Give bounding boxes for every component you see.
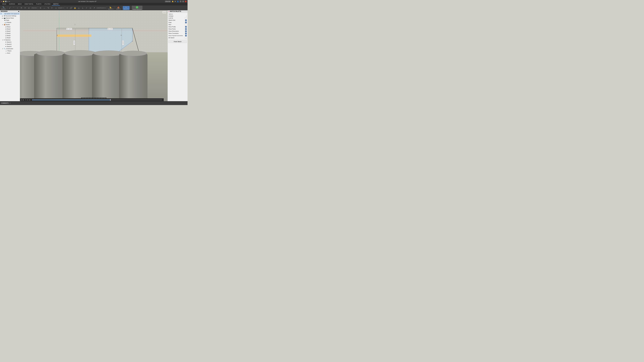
select-btn[interactable]: ↖ SELECT ▾: [123, 6, 130, 10]
polyline-tool[interactable]: ⌐: [16, 7, 19, 9]
arc-tool[interactable]: ⌒: [12, 7, 16, 9]
tl-next-button[interactable]: ⏭: [26, 99, 28, 100]
redo-icon[interactable]: ↪: [9, 1, 10, 2]
settings-icon[interactable]: ⚙: [175, 1, 176, 2]
minimize-button[interactable]: [180, 1, 181, 2]
main-canvas[interactable]: fx: 15.70 fx: 8.70 fx: 5.556 10.00 10.00…: [20, 10, 188, 101]
tl-end-button[interactable]: ⏭|: [28, 99, 31, 100]
constraint-check[interactable]: ✓: [85, 7, 88, 9]
constraint-perp[interactable]: ⊥: [81, 7, 84, 9]
browser-collapse-icon[interactable]: ◀: [18, 11, 19, 12]
finish-sketch-button[interactable]: ✓ FINISH SKETCH ▾: [132, 6, 142, 10]
notification-icon[interactable]: 🔔: [172, 1, 174, 2]
tab-surface[interactable]: SURFACE: [8, 3, 16, 5]
insert-btn[interactable]: 📥 INSERT ▾: [116, 6, 121, 10]
constraint-coincident[interactable]: ×: [66, 7, 69, 9]
svg-point-29: [132, 41, 133, 41]
extend-tool[interactable]: ⊢: [50, 7, 54, 9]
user-icon[interactable]: 👤: [177, 1, 179, 2]
design-dropdown[interactable]: 🔧 DESIGN ▾: [0, 6, 6, 10]
constraints-label: CONSTRAINTS ▾: [96, 7, 106, 9]
show-points-checkbox[interactable]: ✓: [185, 28, 187, 30]
constraint-lock[interactable]: 🔒: [73, 7, 77, 9]
threed-sketch-checkbox[interactable]: [185, 37, 187, 39]
line-tool[interactable]: ╱: [8, 7, 12, 9]
palette-show-points-label: Show Points: [168, 28, 176, 30]
constraint-arrow[interactable]: ↗: [92, 7, 96, 9]
browser-item-sketches[interactable]: ▼ ✏ Sketches: [0, 39, 20, 41]
slice-checkbox[interactable]: [185, 24, 187, 25]
palette-show-profile-row: Show Profile ✓: [168, 26, 187, 28]
dim-label-2: fx: 8.70: [108, 28, 113, 30]
browser-item-body6[interactable]: ◻ Body6: [0, 37, 20, 39]
tab-sketch[interactable]: SKETCH: [52, 3, 60, 5]
mirror-tool[interactable]: ⇔: [39, 7, 42, 9]
trim-tool[interactable]: ✂: [24, 7, 27, 9]
save-icon[interactable]: 💾: [5, 1, 6, 2]
maximize-button[interactable]: [182, 1, 184, 2]
tl-pause-button[interactable]: ⏸: [24, 99, 26, 100]
sketch-grid-checkbox[interactable]: ✓: [185, 19, 187, 21]
tab-mesh[interactable]: MESH: [16, 3, 23, 5]
window-title: can version 1 for crayons v3*: [78, 1, 96, 2]
browser-item-plane1[interactable]: ⬜ Plane1: [0, 50, 20, 52]
browser-item-sketch4[interactable]: ✏ Sketch4: [0, 45, 20, 48]
palette-options-header: Options: [168, 13, 187, 15]
constraint-triangle[interactable]: △: [77, 7, 81, 9]
palette-finish-sketch-button[interactable]: Finish Sketch: [168, 40, 187, 43]
tab-sheet-metal[interactable]: SHEET METAL: [23, 3, 35, 5]
browser-item-construction[interactable]: ▼ 🔧 Construction: [0, 48, 20, 50]
browser-item-body3[interactable]: ◻ Body3: [0, 30, 20, 32]
browser-item-named-views[interactable]: ▶ 📷 Named Views: [0, 17, 20, 19]
tab-utilities[interactable]: UTILITIES: [43, 3, 52, 5]
browser-item-origin[interactable]: ⊕ Origin: [0, 19, 20, 21]
palette-show-constraints-row: Show Constraints ✓: [168, 32, 187, 34]
palette-show-profile-label: Show Profile: [168, 26, 176, 27]
sketch-palette-title: SKETCH PALETTE: [170, 11, 181, 12]
tl-play-button[interactable]: ▶: [22, 99, 24, 100]
nav-cube[interactable]: RIGHT: [162, 11, 166, 13]
timeline-track[interactable]: [32, 99, 162, 100]
app-icon: ●: [1, 1, 2, 2]
browser-item-sketch3[interactable]: ✏ Sketch3: [0, 43, 20, 45]
show-profile-checkbox[interactable]: ✓: [185, 26, 187, 28]
browser-item-analysis[interactable]: 📊 Analysis: [0, 21, 20, 23]
palette-show-dims-row: Show Dimensions ✓: [168, 30, 187, 32]
close-button[interactable]: [185, 1, 186, 2]
snap-checkbox[interactable]: ✓: [185, 22, 187, 23]
chamfer-tool[interactable]: ◹: [46, 7, 50, 9]
constraint-rect2[interactable]: ▭: [88, 7, 92, 9]
file-icon[interactable]: 📁: [3, 1, 4, 2]
app-menu-icons: 📁 💾 ↩ ↪: [3, 1, 10, 2]
palette-linetype-arrow[interactable]: ›: [186, 15, 187, 17]
fillet-tool[interactable]: ⌓: [42, 7, 46, 9]
browser-item-bodies[interactable]: ▼ 📦 Bodies: [0, 23, 20, 26]
browser-item-body2[interactable]: ◻ Body2: [0, 28, 20, 30]
undo-icon[interactable]: ↩: [7, 1, 8, 2]
timeline-handle[interactable]: [110, 99, 111, 101]
show-dims-checkbox[interactable]: ✓: [185, 30, 187, 32]
browser-item-body5[interactable]: ◻ Body5: [0, 34, 20, 37]
rect-tool[interactable]: ⊓: [20, 7, 23, 9]
tl-prev-button[interactable]: ⏮: [20, 99, 22, 100]
browser-panel: BROWSER ◀ ▼ 📄 can version 1 for crayons …: [0, 10, 20, 101]
look-as-checkbox[interactable]: [185, 17, 187, 19]
offset-tool[interactable]: ⊏: [27, 7, 31, 9]
browser-item-body4[interactable]: ◻ Body4: [0, 32, 20, 34]
show-constraints-checkbox[interactable]: ✓: [185, 32, 187, 34]
constraint-collinear[interactable]: ╱╱: [69, 7, 73, 9]
browser-item-doc[interactable]: ▼ 📄 can version 1 for crayons v3: [0, 12, 20, 15]
palette-show-projected-row: Show Projected Geometries ✓: [168, 34, 187, 37]
browser-item-sketch1[interactable]: ✏ Sketch1: [0, 41, 20, 43]
browser-item-axis1[interactable]: — Axis1: [0, 52, 20, 54]
palette-slice-row: Slice: [168, 23, 187, 26]
browser-item-doc-settings[interactable]: ▶ ⚙ Document Settings: [0, 15, 20, 17]
comments-close-icon[interactable]: ✕: [10, 102, 10, 104]
browser-item-body1[interactable]: ◻ Body1: [0, 26, 20, 28]
show-projected-checkbox[interactable]: ✓: [185, 35, 187, 36]
split-tool[interactable]: ⊥: [54, 7, 58, 9]
tab-plastic[interactable]: PLASTIC: [35, 3, 43, 5]
tab-solid[interactable]: SOLID: [1, 3, 8, 5]
inspect-btn[interactable]: 📐 INSPECT ▾: [108, 6, 114, 10]
svg-point-27: [88, 28, 89, 28]
